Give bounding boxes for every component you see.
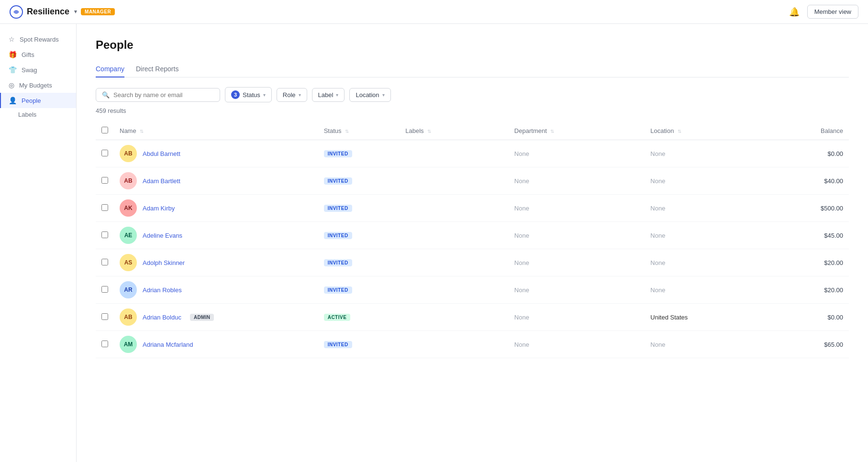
tab-company[interactable]: Company (96, 61, 124, 77)
person-name-link[interactable]: Adam Bartlett (143, 177, 180, 185)
member-view-button[interactable]: Member view (807, 5, 858, 19)
dept-cell: None (509, 167, 645, 195)
person-name-link[interactable]: Adam Kirby (143, 205, 175, 212)
logo[interactable]: Resilience ▾ MANAGER (10, 5, 115, 19)
budgets-icon: ◎ (9, 81, 14, 89)
sort-icon: ⇅ (140, 129, 144, 134)
location-filter-label: Location (356, 91, 379, 99)
col-loc-label: Location (650, 127, 674, 134)
logo-icon (10, 5, 23, 19)
tab-direct-reports[interactable]: Direct Reports (136, 61, 178, 77)
row-checkbox[interactable] (101, 286, 108, 293)
sidebar-item-my-budgets[interactable]: ◎ My Budgets (0, 77, 76, 93)
sort-icon: ⇅ (678, 129, 681, 134)
sidebar-item-spot-rewards[interactable]: ☆ Spot Rewards (0, 32, 76, 47)
row-checkbox[interactable] (101, 259, 108, 265)
avatar: AB (120, 145, 137, 162)
name-cell: AB Adam Bartlett (120, 172, 312, 189)
search-box[interactable]: 🔍 (96, 88, 220, 102)
select-all-checkbox[interactable] (101, 127, 108, 133)
status-badge: INVITED (324, 341, 352, 348)
sidebar-item-swag[interactable]: 👕 Swag (0, 62, 76, 77)
chevron-down-icon: ▾ (336, 92, 338, 98)
row-checkbox[interactable] (101, 177, 108, 184)
manager-badge: MANAGER (81, 8, 115, 15)
sort-icon: ⇅ (427, 129, 431, 134)
loc-cell: None (645, 331, 780, 358)
status-filter-button[interactable]: 3 Status ▾ (225, 87, 272, 102)
sort-icon: ⇅ (345, 129, 349, 134)
labels-cell (400, 304, 509, 331)
role-filter-button[interactable]: Role ▾ (277, 88, 307, 102)
balance-cell: $40.00 (781, 167, 849, 195)
row-checkbox[interactable] (101, 341, 108, 347)
table-row: AB Abdul Barnett INVITED None None $0.00 (96, 140, 849, 167)
location-filter-button[interactable]: Location ▾ (349, 88, 390, 102)
tabs-container: Company Direct Reports (96, 61, 849, 77)
loc-cell: None (645, 249, 780, 276)
sidebar: ☆ Spot Rewards 🎁 Gifts 👕 Swag ◎ My Budge… (0, 24, 77, 462)
sidebar-item-gifts[interactable]: 🎁 Gifts (0, 47, 76, 62)
row-checkbox[interactable] (101, 204, 108, 211)
person-name-link[interactable]: Adriana Mcfarland (143, 341, 193, 348)
sort-icon: ⇅ (550, 129, 554, 134)
name-cell: AS Adolph Skinner (120, 254, 312, 271)
admin-badge: ADMIN (190, 314, 214, 321)
balance-cell: $20.00 (781, 249, 849, 276)
person-name-link[interactable]: Adolph Skinner (143, 259, 185, 266)
table-row: AB Adrian Bolduc ADMIN ACTIVE None Unite… (96, 304, 849, 331)
person-name-link[interactable]: Adrian Robles (143, 286, 182, 294)
dept-cell: None (509, 276, 645, 304)
spot-rewards-icon: ☆ (9, 35, 15, 43)
loc-cell: None (645, 276, 780, 304)
avatar: AB (120, 172, 137, 189)
table-row: AS Adolph Skinner INVITED None None $20.… (96, 249, 849, 276)
sidebar-item-label: Gifts (22, 51, 34, 58)
sidebar-item-labels[interactable]: Labels (0, 108, 76, 121)
people-table: Name ⇅ Status ⇅ Labels ⇅ Department (96, 122, 849, 358)
sidebar-item-label: People (22, 97, 41, 104)
person-name-link[interactable]: Adrian Bolduc (143, 314, 181, 321)
sidebar-item-label: Spot Rewards (20, 36, 59, 43)
avatar: AS (120, 254, 137, 271)
balance-cell: $65.00 (781, 331, 849, 358)
sidebar-item-people[interactable]: 👤 People (0, 93, 76, 108)
notification-bell-icon[interactable]: 🔔 (789, 7, 800, 17)
row-checkbox[interactable] (101, 231, 108, 238)
avatar: AB (120, 308, 137, 326)
dept-cell: None (509, 249, 645, 276)
loc-cell: United States (645, 304, 780, 331)
results-count: 459 results (96, 107, 849, 114)
person-name-link[interactable]: Adeline Evans (143, 232, 182, 239)
search-input[interactable] (113, 91, 214, 99)
status-filter-label: Status (243, 91, 260, 99)
balance-cell: $500.00 (781, 195, 849, 222)
labels-cell (400, 140, 509, 167)
dept-cell: None (509, 304, 645, 331)
logo-text: Resilience (27, 7, 69, 17)
table-row: AB Adam Bartlett INVITED None None $40.0… (96, 167, 849, 195)
dept-cell: None (509, 140, 645, 167)
row-checkbox[interactable] (101, 150, 108, 156)
label-filter-button[interactable]: Label ▾ (312, 88, 345, 102)
chevron-down-icon: ▾ (299, 92, 301, 98)
main-content: People Company Direct Reports 🔍 3 Status… (77, 24, 868, 462)
col-labels-label: Labels (405, 127, 423, 134)
labels-cell (400, 276, 509, 304)
name-cell: AR Adrian Robles (120, 281, 312, 298)
col-status-label: Status (324, 127, 342, 134)
dept-cell: None (509, 222, 645, 249)
balance-cell: $45.00 (781, 222, 849, 249)
col-name-label: Name (120, 127, 136, 134)
col-dept-label: Department (514, 127, 547, 134)
name-cell: AE Adeline Evans (120, 227, 312, 244)
table-header-row: Name ⇅ Status ⇅ Labels ⇅ Department (96, 122, 849, 140)
loc-cell: None (645, 222, 780, 249)
person-name-link[interactable]: Abdul Barnett (143, 150, 180, 157)
table-row: AM Adriana Mcfarland INVITED None None $… (96, 331, 849, 358)
labels-cell (400, 167, 509, 195)
loc-cell: None (645, 167, 780, 195)
chevron-down-icon: ▾ (382, 92, 385, 98)
sidebar-item-label: My Budgets (19, 82, 52, 89)
row-checkbox[interactable] (101, 313, 108, 320)
